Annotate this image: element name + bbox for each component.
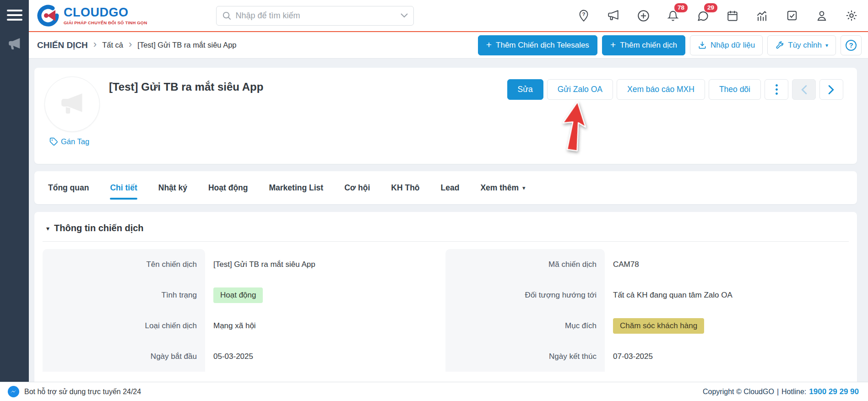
tab-tong-quan[interactable]: Tổng quan	[48, 171, 89, 204]
breadcrumb-item-all[interactable]: Tất cả	[102, 41, 123, 49]
view-social-report-button[interactable]: Xem báo cáo MXH	[617, 79, 705, 100]
chat-badge: 29	[704, 3, 717, 12]
calendar-icon[interactable]	[726, 9, 739, 22]
next-record-button[interactable]	[819, 79, 843, 100]
campaign-title: [Test] Gửi TB ra mắt siêu App	[109, 81, 263, 93]
tab-lead[interactable]: Lead	[441, 171, 460, 204]
bell-icon[interactable]: 78	[667, 9, 679, 22]
field-value-start-date: 05-03-2025	[205, 341, 445, 372]
campaign-detail-card: ▾ Thông tin chiến dịch Tên chiến dịch [T…	[34, 212, 857, 401]
red-annotation-arrow	[557, 99, 591, 154]
edit-button[interactable]: Sửa	[507, 79, 543, 100]
field-value-campaign-name: [Test] Gửi TB ra mắt siêu App	[205, 249, 445, 280]
tab-nhat-ky[interactable]: Nhật ký	[158, 171, 187, 204]
tag-icon	[49, 137, 58, 146]
send-zalo-oa-button[interactable]: Gửi Zalo OA	[547, 79, 613, 100]
breadcrumb-item-campaign: [Test] Gửi TB ra mắt siêu App	[137, 41, 236, 49]
chevron-down-icon: ▾	[522, 184, 526, 191]
footer-bot-info[interactable]: Bot hỗ trợ sử dụng trực tuyến 24/24	[7, 385, 141, 398]
field-label: Ngày kết thúc	[445, 341, 605, 372]
copyright-text: Copyright © CloudGO	[703, 388, 774, 396]
cloudgo-logo-icon	[37, 5, 59, 27]
campaign-avatar	[44, 76, 100, 132]
app-root: CLOUDGO GIẢI PHÁP CHUYỂN ĐỔI SỐ TINH GỌN…	[0, 0, 868, 401]
campaign-info-form: Tên chiến dịch [Test] Gửi TB ra mắt siêu…	[43, 249, 849, 372]
search-chevron-down-icon[interactable]	[400, 13, 408, 18]
chevron-down-icon: ▾	[825, 42, 828, 49]
wrench-icon	[775, 41, 784, 50]
logo-tagline: GIẢI PHÁP CHUYỂN ĐỔI SỐ TINH GỌN	[64, 21, 147, 25]
hamburger-menu-icon[interactable]	[7, 7, 22, 23]
kebab-icon	[776, 84, 778, 95]
breadcrumb-root[interactable]: CHIẾN DỊCH	[37, 40, 88, 50]
field-value-status: Hoạt động	[205, 280, 445, 310]
field-label: Mã chiến dịch	[445, 249, 605, 280]
add-telesales-campaign-button[interactable]: + Thêm Chiến dịch Telesales	[478, 35, 597, 55]
field-label: Mục đích	[445, 310, 605, 341]
tab-co-hoi[interactable]: Cơ hội	[344, 171, 370, 204]
status-badge: Hoạt động	[213, 287, 263, 303]
gear-icon[interactable]	[845, 9, 858, 22]
chat-bubble-icon[interactable]: 29	[696, 9, 709, 22]
add-campaign-button[interactable]: + Thêm chiến dịch	[602, 35, 685, 55]
task-check-icon[interactable]	[786, 9, 798, 22]
field-value-end-date: 07-03-2025	[605, 341, 848, 372]
chevron-right-icon	[828, 85, 835, 95]
sidebar	[0, 0, 29, 401]
global-search	[216, 6, 414, 26]
more-options-kebab-button[interactable]	[765, 79, 788, 100]
megaphone-watermark-icon	[58, 90, 87, 119]
prev-record-button[interactable]	[792, 79, 816, 100]
chevron-left-icon	[800, 85, 808, 95]
plus-circle-icon[interactable]	[637, 9, 650, 22]
field-label: Loại chiến dịch	[43, 310, 205, 341]
follow-button[interactable]: Theo dõi	[709, 79, 761, 100]
hotline-number[interactable]: 1900 29 29 90	[809, 387, 859, 396]
search-input[interactable]	[216, 6, 414, 26]
field-label: Đối tượng hướng tới	[445, 280, 605, 310]
question-icon: ?	[846, 40, 857, 51]
field-value-campaign-type: Mạng xã hội	[205, 310, 445, 341]
tab-hoat-dong[interactable]: Hoạt động	[208, 171, 248, 204]
campaign-header-card: [Test] Gửi TB ra mắt siêu App Gán Tag Sử…	[34, 68, 857, 164]
content-area: [Test] Gửi TB ra mắt siêu App Gán Tag Sử…	[29, 59, 868, 401]
tab-kh-tho[interactable]: KH Thô	[391, 171, 419, 204]
main-column: CLOUDGO GIẢI PHÁP CHUYỂN ĐỔI SỐ TINH GỌN…	[29, 0, 868, 401]
analytics-icon[interactable]	[756, 9, 769, 22]
hotline-label: Hotline:	[781, 388, 806, 396]
section-header-campaign-info[interactable]: ▾ Thông tin chiến dịch	[43, 223, 849, 233]
form-right-column: Mã chiến dịch CAM78 Đối tượng hướng tới …	[445, 249, 848, 372]
topbar: CLOUDGO GIẢI PHÁP CHUYỂN ĐỔI SỐ TINH GỌN…	[29, 0, 868, 32]
tab-xem-them[interactable]: Xem thêm ▾	[480, 171, 525, 204]
megaphone-icon[interactable]	[607, 9, 620, 22]
location-pin-question-icon[interactable]: ?	[577, 9, 590, 22]
breadcrumb-row: CHIẾN DỊCH › Tất cả › [Test] Gửi TB ra m…	[29, 32, 868, 59]
section-title: Thông tin chiến dịch	[54, 223, 144, 233]
field-label: Tên chiến dịch	[43, 249, 205, 280]
collapse-triangle-icon: ▾	[46, 225, 49, 232]
help-button[interactable]: ?	[841, 35, 862, 55]
plus-icon: +	[486, 40, 492, 50]
customize-button[interactable]: Tùy chỉnh ▾	[767, 35, 836, 55]
field-label: Ngày bắt đầu	[43, 341, 205, 372]
form-left-column: Tên chiến dịch [Test] Gửi TB ra mắt siêu…	[43, 249, 445, 372]
search-icon	[222, 11, 232, 21]
assign-tag-link[interactable]: Gán Tag	[49, 137, 89, 146]
tab-marketing-list[interactable]: Marketing List	[269, 171, 323, 204]
campaign-tabs: Tổng quan Chi tiết Nhật ký Hoạt động Mar…	[34, 171, 857, 204]
tab-chi-tiet[interactable]: Chi tiết	[110, 171, 137, 204]
topbar-icon-row: ? 78 29	[577, 9, 858, 22]
campaign-action-buttons: Sửa Gửi Zalo OA Xem báo cáo MXH Theo dõi	[507, 79, 843, 100]
import-data-button[interactable]: Nhập dữ liệu	[690, 35, 763, 55]
field-label: Tình trạng	[43, 280, 205, 310]
field-value-campaign-code: CAM78	[605, 249, 848, 280]
logo-name: CLOUDGO	[64, 6, 147, 19]
user-icon[interactable]	[815, 9, 828, 22]
page-actions: + Thêm Chiến dịch Telesales + Thêm chiến…	[478, 35, 862, 55]
notification-badge: 78	[674, 3, 688, 12]
breadcrumb-separator: ›	[129, 39, 132, 51]
svg-text:?: ?	[582, 11, 586, 16]
sidebar-megaphone-icon[interactable]	[7, 36, 22, 52]
cloudgo-logo[interactable]: CLOUDGO GIẢI PHÁP CHUYỂN ĐỔI SỐ TINH GỌN	[37, 5, 147, 27]
footer-copyright: Copyright © CloudGO | Hotline: 1900 29 2…	[703, 387, 859, 396]
